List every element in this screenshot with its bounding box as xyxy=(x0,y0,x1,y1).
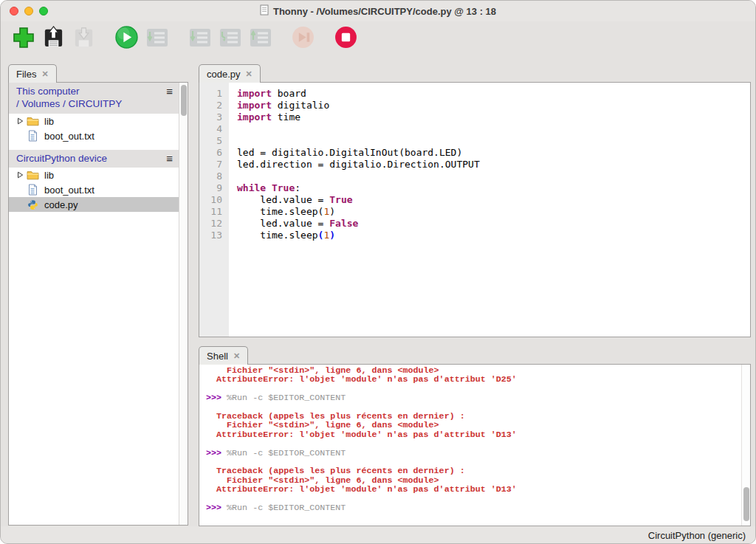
title-bar[interactable]: Thonny - /Volumes/CIRCUITPY/code.py @ 13… xyxy=(1,1,755,21)
line-number: 10 xyxy=(199,194,229,206)
line-number: 5 xyxy=(199,135,229,147)
shell-scrollbar-thumb[interactable] xyxy=(743,487,749,521)
file-label: lib xyxy=(44,170,54,181)
shell-line: >>> %Run -c $EDITOR_CONTENT xyxy=(206,503,740,512)
python-file-icon xyxy=(25,199,40,210)
new-file-icon xyxy=(12,26,35,52)
tab-shell[interactable]: Shell ✕ xyxy=(199,346,248,365)
shell-line: >>> %Run -c $EDITOR_CONTENT xyxy=(206,393,740,402)
tab-files[interactable]: Files ✕ xyxy=(8,64,57,83)
code-editor[interactable]: 1import board2import digitalio3import ti… xyxy=(199,82,751,337)
run-script-icon xyxy=(114,25,139,52)
step-over-button[interactable] xyxy=(188,27,212,51)
shell-scrollbar[interactable] xyxy=(741,365,750,526)
code-line: 9while True: xyxy=(199,182,750,194)
code-line: 12 led.value = False xyxy=(199,218,750,230)
step-into-button[interactable] xyxy=(218,27,242,51)
step-out-icon xyxy=(249,26,272,52)
close-tab-icon[interactable]: ✕ xyxy=(246,69,252,79)
shell-output[interactable]: Fichier "<stdin>", ligne 6, dans <module… xyxy=(199,364,751,526)
stop-restart-button[interactable] xyxy=(334,27,358,51)
save-file-button[interactable] xyxy=(72,27,96,51)
code-line: 2import digitalio xyxy=(199,100,750,111)
files-panel: This computer≡/ Volumes / CIRCUITPYlibbo… xyxy=(8,82,188,526)
line-number: 13 xyxy=(199,230,229,241)
line-number: 3 xyxy=(199,111,229,123)
files-scrollbar[interactable] xyxy=(179,83,188,525)
shell-line: AttributeError: l'objet 'module' n'as pa… xyxy=(206,375,740,384)
file-label: lib xyxy=(44,116,54,127)
save-file-icon xyxy=(72,26,95,52)
line-number: 9 xyxy=(199,182,229,194)
document-icon xyxy=(260,4,269,18)
open-file-button[interactable] xyxy=(41,27,66,51)
folder-icon xyxy=(25,116,40,126)
step-out-button[interactable] xyxy=(248,27,272,51)
file-label: boot_out.txt xyxy=(44,131,94,142)
expand-chevron-icon[interactable] xyxy=(15,117,25,125)
resume-icon xyxy=(291,25,315,52)
code-line: 7led.direction = digitalio.Direction.OUT… xyxy=(199,159,750,171)
code-line: 5 xyxy=(199,135,750,147)
line-number: 1 xyxy=(199,88,229,100)
status-bar: CircuitPython (generic) xyxy=(1,526,755,544)
editor-tab-label: code.py xyxy=(207,69,241,80)
shell-tab-label: Shell xyxy=(207,351,228,362)
code-line: 4 xyxy=(199,123,750,135)
shell-line: AttributeError: l'objet 'module' n'as pa… xyxy=(206,430,740,439)
line-number: 7 xyxy=(199,159,229,171)
thonny-window: Thonny - /Volumes/CIRCUITPY/code.py @ 13… xyxy=(0,0,756,544)
run-script-button[interactable] xyxy=(114,27,139,51)
debug-script-button[interactable] xyxy=(145,27,169,51)
file-row[interactable]: code.py xyxy=(9,197,179,212)
tab-code-py[interactable]: code.py ✕ xyxy=(199,64,261,83)
files-scrollbar-thumb[interactable] xyxy=(181,85,187,116)
step-into-icon xyxy=(219,26,242,52)
shell-line: >>> %Run -c $EDITOR_CONTENT xyxy=(206,449,740,458)
line-number: 11 xyxy=(199,206,229,218)
line-number: 6 xyxy=(199,147,229,159)
files-group-header: This computer≡ xyxy=(9,83,179,97)
line-number: 4 xyxy=(199,123,229,135)
file-row[interactable]: lib xyxy=(9,114,179,128)
code-line: 6led = digitalio.DigitalInOut(board.LED) xyxy=(199,147,750,159)
file-label: code.py xyxy=(44,199,78,210)
file-row[interactable]: lib xyxy=(9,168,179,182)
shell-line: AttributeError: l'objet 'module' n'as pa… xyxy=(206,485,740,494)
open-file-icon xyxy=(42,26,65,52)
resume-button[interactable] xyxy=(291,27,315,51)
close-tab-icon[interactable]: ✕ xyxy=(233,351,240,361)
folder-icon xyxy=(25,170,40,180)
group-menu-icon[interactable]: ≡ xyxy=(166,88,173,95)
files-group-title: This computer xyxy=(16,86,80,97)
code-line: 3import time xyxy=(199,111,750,123)
code-line: 11 time.sleep(1) xyxy=(199,206,750,218)
breadcrumb[interactable]: / Volumes / CIRCUITPY xyxy=(9,97,179,114)
files-group-header: CircuitPython device≡ xyxy=(9,150,179,168)
debug-script-icon xyxy=(145,26,169,52)
window-title: Thonny - /Volumes/CIRCUITPY/code.py @ 13… xyxy=(273,6,496,17)
code-line: 13 time.sleep(1) xyxy=(199,230,750,241)
section-divider xyxy=(9,143,179,150)
close-tab-icon[interactable]: ✕ xyxy=(41,69,48,79)
new-file-button[interactable] xyxy=(11,27,35,51)
expand-chevron-icon[interactable] xyxy=(15,171,25,179)
group-menu-icon[interactable]: ≡ xyxy=(166,155,173,162)
stop-restart-icon xyxy=(334,25,358,52)
code-line: 10 led.value = True xyxy=(199,194,750,206)
line-number: 2 xyxy=(199,100,229,111)
text-file-icon xyxy=(25,130,40,142)
line-number: 8 xyxy=(199,171,229,182)
file-label: boot_out.txt xyxy=(44,185,94,196)
code-line: 8 xyxy=(199,171,750,182)
toolbar xyxy=(11,27,364,51)
step-over-icon xyxy=(188,26,212,52)
file-row[interactable]: boot_out.txt xyxy=(9,182,179,197)
line-number: 12 xyxy=(199,218,229,230)
files-group-title: CircuitPython device xyxy=(16,153,107,164)
code-line: 1import board xyxy=(199,88,750,100)
text-file-icon xyxy=(25,184,40,196)
interpreter-status[interactable]: CircuitPython (generic) xyxy=(648,530,746,541)
file-row[interactable]: boot_out.txt xyxy=(9,128,179,143)
files-tab-label: Files xyxy=(16,69,36,80)
